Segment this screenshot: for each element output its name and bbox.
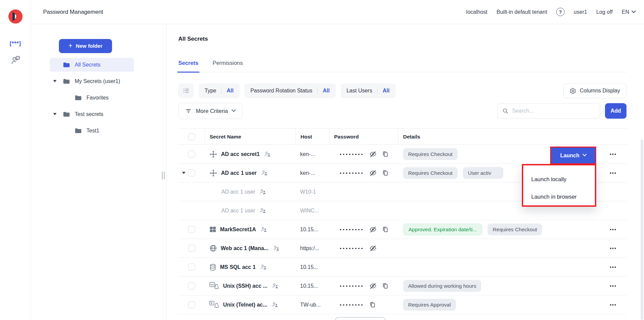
copy-icon[interactable] xyxy=(369,301,376,308)
column-header-host[interactable]: Host xyxy=(295,129,329,145)
menu-item-launch-locally[interactable]: Launch locally xyxy=(531,171,595,188)
eye-slash-icon[interactable] xyxy=(369,282,377,290)
chevron-down-icon xyxy=(231,108,236,112)
tab-bar: Secrets Permissions xyxy=(178,60,627,72)
tree-item-all-secrets[interactable]: All Secrets xyxy=(50,58,134,72)
globe-icon xyxy=(209,244,217,252)
tree-item-my-secrets[interactable]: My Secrets (user1) xyxy=(50,74,134,88)
host-value: 10.15... xyxy=(300,283,318,289)
panel-resize-divider[interactable] xyxy=(167,24,167,320)
chevron-down-icon xyxy=(582,152,587,156)
host-value: 10.15... xyxy=(300,264,318,270)
new-folder-label: New folder xyxy=(76,43,102,49)
language-label: EN xyxy=(622,9,629,15)
expand-row-caret-icon[interactable] xyxy=(182,172,185,174)
row-actions-button[interactable]: ••• xyxy=(610,265,617,270)
password-dots: •••••••• xyxy=(340,227,364,232)
filter-password-rotation-status[interactable]: Password Rotation Status All xyxy=(244,83,336,98)
table-header-row: Secret Name Host Password Details xyxy=(178,129,627,145)
eye-slash-icon[interactable] xyxy=(369,169,377,177)
row-actions-button[interactable]: ••• xyxy=(610,246,617,251)
column-header-details[interactable]: Details xyxy=(398,129,549,145)
columns-display-button[interactable]: Columns Display xyxy=(563,83,627,98)
divider xyxy=(221,87,222,94)
page-title: All Secrets xyxy=(178,36,627,42)
search-box xyxy=(497,103,600,119)
tenant-label: Built-in default tenant xyxy=(497,9,547,15)
row-actions-button[interactable]: ••• xyxy=(610,152,617,157)
row-checkbox[interactable] xyxy=(188,169,195,176)
shared-users-icon xyxy=(264,151,271,157)
caret-down-icon[interactable] xyxy=(53,80,57,82)
language-selector[interactable]: EN xyxy=(622,9,635,15)
vertical-scrollbar[interactable] xyxy=(641,139,643,320)
tree-item-label: Test secrets xyxy=(75,111,103,117)
launch-button[interactable]: Launch xyxy=(550,147,596,164)
tree-item-label: Favorites xyxy=(86,95,109,101)
filter-value: All xyxy=(383,88,389,94)
caret-down-icon[interactable] xyxy=(53,113,57,115)
row-actions-button[interactable]: ••• xyxy=(610,227,617,232)
copy-icon[interactable] xyxy=(382,226,389,233)
svg-text:?: ? xyxy=(17,56,18,59)
tree-item-favorites[interactable]: Favorites xyxy=(50,91,134,105)
tree-item-label: Test1 xyxy=(86,128,99,134)
column-header-secret-name[interactable]: Secret Name xyxy=(205,129,295,145)
row-checkbox[interactable] xyxy=(188,301,195,308)
secret-name: Web acc 1 (Mana... xyxy=(221,245,269,251)
help-icon[interactable]: ? xyxy=(556,8,565,16)
new-folder-button[interactable]: + New folder xyxy=(59,39,112,53)
svg-text:SSH: SSH xyxy=(210,283,214,285)
eye-slash-icon[interactable] xyxy=(369,226,377,233)
host-value: W10-1 xyxy=(300,189,316,195)
menu-item-launch-in-browser[interactable]: Launch in browser xyxy=(531,188,595,206)
copy-icon[interactable] xyxy=(382,282,389,289)
resize-handle-icon[interactable] xyxy=(162,171,165,179)
telnet-icon xyxy=(209,301,219,309)
table-row: SSHUnix (SSH) acc ...10.15...••••••••All… xyxy=(178,277,627,295)
host-label: localhost xyxy=(466,9,488,15)
table-row: MS SQL acc 110.15...••• xyxy=(178,258,627,277)
shared-users-icon xyxy=(260,208,266,213)
main-panel: All Secrets Secrets Permissions Type xyxy=(167,24,644,320)
detail-chip: Requires Checkout xyxy=(403,167,458,179)
plus-icon: + xyxy=(69,42,73,49)
next-row-partial-element xyxy=(335,317,386,320)
row-checkbox[interactable] xyxy=(188,264,195,271)
add-button[interactable]: Add xyxy=(605,103,627,119)
filter-value: All xyxy=(323,88,329,94)
host-value: TW-ub... xyxy=(300,302,321,308)
folder-icon xyxy=(63,111,70,117)
logoff-button[interactable]: Log off xyxy=(596,9,613,15)
eye-slash-icon[interactable] xyxy=(369,244,377,252)
more-criteria-button[interactable]: More Criteria xyxy=(178,103,242,119)
filter-last-users[interactable]: Last Users All xyxy=(341,83,396,98)
username-label[interactable]: user1 xyxy=(574,9,587,15)
row-actions-button[interactable]: ••• xyxy=(610,283,617,289)
secrets-rail-icon[interactable]: [***] xyxy=(10,40,21,47)
detail-chip: Requires Approval xyxy=(403,299,456,311)
tab-secrets[interactable]: Secrets xyxy=(178,60,199,66)
row-checkbox[interactable] xyxy=(188,226,195,233)
app-logo-icon[interactable] xyxy=(8,9,23,24)
column-header-password[interactable]: Password xyxy=(329,129,398,145)
search-input[interactable] xyxy=(512,108,595,114)
user-help-rail-icon[interactable]: ? xyxy=(11,56,20,66)
detail-chip: Requires Checkout xyxy=(403,148,458,160)
search-icon xyxy=(502,108,509,114)
row-checkbox[interactable] xyxy=(188,245,195,252)
tree-item-test1[interactable]: Test1 xyxy=(50,124,134,137)
row-checkbox[interactable] xyxy=(188,282,195,289)
select-all-checkbox[interactable] xyxy=(188,133,195,140)
tree-item-test-secrets[interactable]: Test secrets xyxy=(50,107,134,121)
copy-icon[interactable] xyxy=(382,169,389,176)
folder-icon xyxy=(75,128,82,134)
row-actions-button[interactable]: ••• xyxy=(610,170,617,176)
list-view-button[interactable] xyxy=(178,83,194,98)
eye-slash-icon[interactable] xyxy=(369,150,377,158)
row-actions-button[interactable]: ••• xyxy=(610,302,617,308)
copy-icon[interactable] xyxy=(382,151,389,158)
filter-type[interactable]: Type All xyxy=(199,83,240,98)
row-checkbox[interactable] xyxy=(188,151,195,158)
tab-permissions[interactable]: Permissions xyxy=(213,60,243,66)
